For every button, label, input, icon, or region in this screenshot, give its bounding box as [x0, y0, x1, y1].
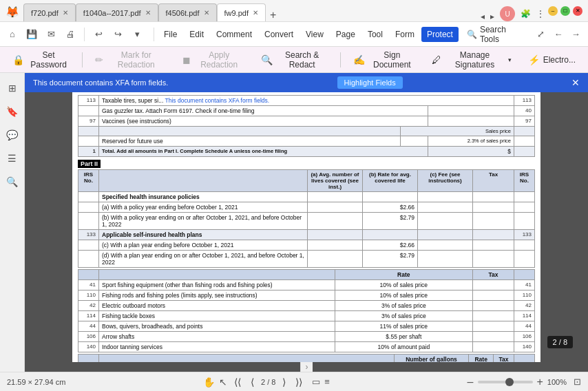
back-icon[interactable]: ←: [550, 26, 566, 43]
more-icon[interactable]: ⋮: [533, 6, 548, 21]
electro-button[interactable]: ⚡ Electro...: [521, 52, 582, 68]
popout-icon[interactable]: ⤢: [533, 26, 549, 43]
row-c: [418, 251, 473, 268]
sidebar-fields-icon[interactable]: ☰: [3, 149, 22, 168]
prev-page-button[interactable]: ⟨: [248, 375, 257, 389]
continuous-page-icon[interactable]: ≡: [324, 377, 330, 387]
dropdown-icon[interactable]: ▾: [129, 26, 145, 43]
row-tax: [473, 230, 514, 240]
mark-redaction-label: Mark for Redaction: [107, 50, 165, 70]
menu-protect[interactable]: Protect: [421, 27, 459, 42]
menu-edit[interactable]: Edit: [184, 27, 209, 42]
undo-icon[interactable]: ↩: [90, 26, 107, 43]
row-num: 114: [78, 311, 99, 321]
row-num: 44: [78, 321, 99, 332]
window-controls: – □ ✕: [548, 6, 588, 16]
sales-price-header: Sales price: [401, 127, 514, 136]
row-num: 113: [78, 96, 99, 106]
manage-signatures-button[interactable]: 🖊 Manage Signatures ▾: [425, 47, 518, 72]
row-num: 110: [78, 290, 99, 301]
menu-form[interactable]: Form: [390, 27, 420, 42]
menu-convert[interactable]: Convert: [259, 27, 299, 42]
apply-icon: ◼: [182, 54, 191, 65]
tab-close-icon[interactable]: ✕: [145, 9, 151, 17]
tab-f720[interactable]: f720.pdf ✕: [23, 3, 76, 21]
col-a: (a) Avg. number of lives covered (see in…: [308, 170, 363, 192]
highlight-fields-button[interactable]: Highlight Fields: [337, 76, 403, 89]
row-no: [514, 202, 535, 213]
row-rate: 10% of amount paid: [335, 342, 472, 352]
extension-icon[interactable]: 🧩: [518, 6, 533, 21]
notification-close-button[interactable]: ✕: [571, 77, 580, 88]
row-num: [78, 213, 99, 230]
search-redact-label: Search & Redact: [276, 50, 328, 70]
zoom-thumb[interactable]: [505, 378, 514, 386]
tab-f1040a[interactable]: f1040a--2017.pdf ✕: [76, 3, 158, 21]
tabs-area: 🦊 f720.pdf ✕ f1040a--2017.pdf ✕ f4506t.p…: [0, 0, 548, 21]
hand-tool-icon[interactable]: ✋: [203, 377, 215, 388]
new-tab-button[interactable]: +: [266, 9, 280, 21]
sidebar-bookmark-icon[interactable]: 🔖: [3, 102, 22, 121]
col-no: [514, 355, 535, 363]
zoom-controls: – + 100% ⊡: [468, 376, 581, 388]
search-tools-button[interactable]: 🔍 Search Tools: [461, 22, 532, 47]
row-a: [308, 192, 363, 202]
menu-view[interactable]: View: [300, 27, 329, 42]
toolbar-separator-2: [340, 52, 341, 67]
tab-label: f720.pdf: [31, 9, 59, 17]
tab-label: fw9.pdf: [224, 9, 249, 17]
part-ii-label: Part II: [78, 160, 535, 168]
tab-fw9[interactable]: fw9.pdf ✕: [217, 3, 266, 21]
sidebar-search-icon[interactable]: 🔍: [3, 172, 22, 191]
email-icon[interactable]: ✉: [43, 26, 59, 43]
forward-icon[interactable]: →: [568, 26, 584, 43]
first-page-button[interactable]: ⟨⟨: [231, 375, 244, 389]
mark-redaction-button[interactable]: ✏ Mark for Redaction: [88, 47, 172, 72]
next-page-button[interactable]: ⟩: [280, 375, 288, 389]
sidebar-thumbnail-icon[interactable]: ⊞: [3, 78, 22, 98]
tab-close-icon[interactable]: ✕: [253, 9, 258, 17]
redo-icon[interactable]: ↪: [109, 26, 126, 43]
save-icon[interactable]: 💾: [23, 26, 40, 43]
fit-page-icon[interactable]: ⊡: [574, 377, 581, 387]
row-num: 113: [514, 96, 535, 106]
tab-f4506t[interactable]: f4506t.pdf ✕: [158, 3, 217, 21]
maximize-button[interactable]: □: [560, 6, 570, 16]
menu-home[interactable]: File: [158, 27, 182, 42]
home-icon[interactable]: ⌂: [4, 26, 21, 43]
pdf-area: This document contains XFA form fields. …: [25, 73, 588, 372]
sign-icon: ✍: [353, 54, 365, 65]
cursor-tool-icon[interactable]: ↖: [219, 377, 227, 388]
tab-close-icon[interactable]: ✕: [63, 9, 68, 17]
apply-redaction-button[interactable]: ◼ Apply Redaction: [176, 47, 251, 72]
set-password-button[interactable]: 🔒 Set Password: [6, 47, 76, 72]
tab-overflow-right[interactable]: ▸: [487, 12, 497, 21]
zoom-in-button[interactable]: +: [537, 376, 543, 388]
sign-document-button[interactable]: ✍ Sign Document: [346, 47, 422, 72]
user-avatar[interactable]: U: [500, 6, 515, 21]
zoom-level: 100%: [547, 378, 567, 386]
zoom-out-button[interactable]: –: [468, 376, 474, 388]
zoom-slider[interactable]: [478, 381, 533, 383]
tab-close-icon[interactable]: ✕: [204, 9, 209, 17]
row-no: [514, 213, 535, 230]
right-panel-toggle[interactable]: ›: [300, 362, 313, 372]
print-icon[interactable]: 🖨: [62, 26, 78, 43]
tab-overflow-left[interactable]: ◂: [478, 12, 487, 21]
pdf-page[interactable]: 113 Taxable tires, super si... This docu…: [72, 92, 540, 362]
row-num: 41: [78, 280, 99, 290]
single-page-icon[interactable]: ▭: [312, 377, 320, 387]
menu-page[interactable]: Page: [330, 27, 361, 42]
minimize-button[interactable]: –: [548, 6, 558, 16]
col-num: [78, 270, 99, 280]
sidebar-annotation-icon[interactable]: 💬: [3, 125, 22, 145]
menu-comment[interactable]: Comment: [211, 27, 258, 42]
manage-signatures-label: Manage Signatures: [445, 50, 504, 70]
search-tools-label: Search Tools: [480, 25, 526, 44]
menu-tool[interactable]: Tool: [362, 27, 388, 42]
row-tax: [473, 280, 514, 290]
search-redact-button[interactable]: 🔍 Search & Redact: [254, 47, 335, 72]
close-button[interactable]: ✕: [573, 6, 582, 16]
row-desc: Sport fishing equipment (other than fish…: [99, 280, 335, 290]
last-page-button[interactable]: ⟩⟩: [293, 375, 305, 389]
